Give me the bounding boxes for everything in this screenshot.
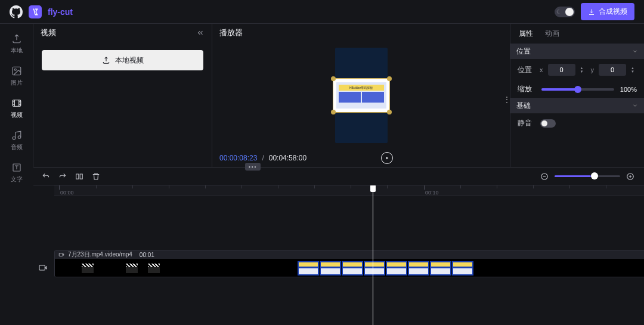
clip-video-icon	[58, 252, 64, 258]
player-title: 播放器	[219, 27, 243, 38]
theme-toggle[interactable]: ☾	[555, 7, 575, 17]
scale-slider[interactable]	[541, 88, 614, 91]
zoom-out-button[interactable]	[540, 172, 549, 181]
canvas-frame: HBuilder零码探秘	[335, 48, 388, 143]
clip-thumbnails	[55, 259, 644, 277]
delete-button[interactable]	[92, 172, 100, 181]
timeline-tools: •••	[33, 167, 644, 185]
x-stepper[interactable]: ▲▼	[580, 66, 584, 73]
scale-row: 缩放 100%	[510, 81, 644, 98]
y-input[interactable]	[599, 64, 626, 76]
clip-name: 7月23日.mp4.video/mp4	[68, 250, 132, 259]
sidebar-item-video[interactable]: 视频	[11, 98, 23, 119]
selected-clip-overlay[interactable]: HBuilder零码探秘	[333, 78, 390, 113]
svg-rect-6	[76, 174, 79, 178]
sidebar-item-text[interactable]: 文字	[11, 162, 23, 184]
zoom-slider[interactable]	[555, 175, 620, 177]
section-basic-header[interactable]: 基础	[510, 98, 644, 113]
sidebar-item-audio[interactable]: 音频	[11, 130, 23, 151]
redo-button[interactable]	[58, 172, 67, 181]
zoom-out-icon	[540, 172, 549, 181]
tab-animation[interactable]: 动画	[545, 29, 559, 39]
drag-handle-icon[interactable]: •••	[245, 163, 261, 171]
position-row: 位置 x ▲▼ y ▲▼	[510, 59, 644, 81]
mute-toggle[interactable]	[540, 119, 556, 128]
app-name: fly-cut	[48, 7, 73, 17]
undo-button[interactable]	[42, 172, 50, 181]
github-icon[interactable]	[10, 5, 23, 18]
svg-point-1	[14, 69, 16, 70]
svg-rect-2	[13, 100, 21, 107]
tab-properties[interactable]: 属性	[519, 29, 533, 39]
sidebar-item-local[interactable]: 本地	[11, 33, 23, 55]
svg-rect-10	[39, 265, 45, 270]
text-icon	[11, 162, 22, 173]
svg-rect-7	[80, 174, 82, 178]
redo-icon	[58, 172, 67, 181]
mute-row: 静音	[510, 113, 644, 133]
moon-icon: ☾	[556, 8, 562, 15]
section-position-header[interactable]: 位置	[510, 44, 644, 59]
current-time: 00:00:08:23	[219, 154, 257, 162]
x-input[interactable]	[548, 64, 575, 76]
upload-icon	[11, 33, 22, 44]
chevron-down-icon	[632, 103, 638, 109]
track-video-icon	[38, 263, 48, 273]
trash-icon	[92, 172, 100, 181]
local-video-button[interactable]: 本地视频	[42, 50, 203, 70]
clip-banner: HBuilder零码探秘	[339, 85, 384, 91]
media-panel-title: 视频	[41, 27, 56, 38]
play-button[interactable]	[381, 152, 393, 164]
timeline[interactable]: 00:00 00:10 7月23日.mp4.video/mp4 00:01	[33, 185, 644, 325]
sidebar-item-image[interactable]: 图片	[11, 66, 23, 87]
media-panel: 视频 本地视频	[33, 24, 212, 167]
video-icon	[11, 98, 22, 109]
export-button[interactable]: 合成视频	[581, 3, 634, 20]
sidebar: 本地 图片 视频 音频 文字	[0, 24, 33, 167]
properties-panel: 属性 动画 位置 位置 x ▲▼ y ▲▼ 缩放 100% 基础	[510, 24, 644, 167]
scale-value: 100%	[620, 86, 637, 93]
upload-icon	[102, 56, 110, 64]
audio-icon	[11, 130, 22, 141]
chevron-down-icon	[632, 48, 638, 54]
playhead[interactable]	[373, 185, 373, 325]
split-button[interactable]	[75, 172, 83, 181]
player-panel: 播放器 HBuilder零码探秘 ⋮ 00:00:08:23 / 00:04:5…	[212, 24, 510, 167]
play-icon	[385, 156, 389, 160]
player-canvas[interactable]: HBuilder零码探秘 ⋮	[212, 42, 510, 149]
video-clip[interactable]: 7月23日.mp4.video/mp4 00:01	[54, 250, 644, 277]
image-icon	[11, 66, 22, 76]
svg-point-4	[18, 136, 21, 139]
svg-rect-11	[59, 253, 63, 256]
timeline-ruler[interactable]: 00:00 00:10	[54, 185, 644, 196]
clip-duration: 00:01	[140, 252, 154, 258]
app-header: fly-cut ☾ 合成视频	[0, 0, 644, 24]
undo-icon	[42, 172, 50, 181]
total-time: 00:04:58:00	[269, 154, 306, 162]
export-label: 合成视频	[599, 7, 627, 17]
zoom-in-icon	[626, 172, 634, 181]
time-separator: /	[262, 154, 264, 162]
y-stepper[interactable]: ▲▼	[631, 66, 634, 73]
app-logo-icon	[29, 5, 42, 18]
zoom-in-button[interactable]	[626, 172, 634, 181]
panel-drag-handle-icon[interactable]: ⋮	[503, 95, 510, 104]
split-icon	[75, 172, 83, 181]
collapse-icon[interactable]	[196, 29, 205, 37]
svg-point-3	[13, 137, 16, 140]
